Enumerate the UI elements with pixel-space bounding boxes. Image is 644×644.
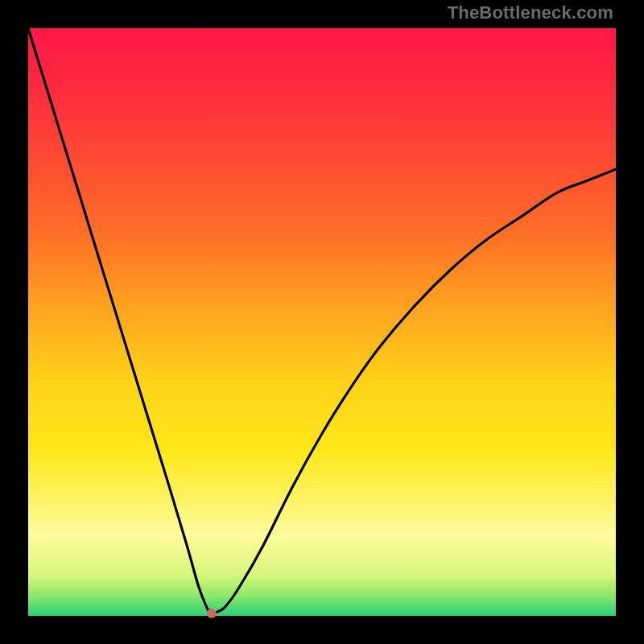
plot-area (28, 28, 616, 616)
curve-layer (28, 28, 616, 616)
curve-left-segment (28, 28, 212, 613)
minimum-marker (207, 609, 217, 618)
curve-right-segment (211, 169, 616, 613)
attribution-label: TheBottleneck.com (448, 2, 613, 23)
chart-frame: TheBottleneck.com (0, 0, 644, 644)
